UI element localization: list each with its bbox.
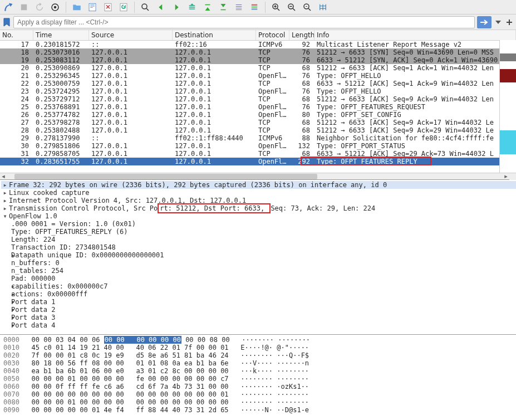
goto-first-icon[interactable] [202,1,214,13]
tree-field[interactable]: n_tables: 254 [1,267,516,275]
display-filter-input[interactable] [13,16,475,28]
tree-field[interactable]: ▸actions: 0x00000fff [1,290,516,298]
goto-packet-icon[interactable] [186,1,198,13]
packet-list-hscroll[interactable]: ◂ ▸ [0,173,516,179]
hex-row[interactable]: 0020 7f 00 00 01 c8 0c 19 e9 d5 8e a6 51… [3,351,513,359]
packet-list[interactable]: No. Time Source Destination Protocol Len… [0,30,516,173]
svg-rect-10 [252,4,258,5]
tree-openflow[interactable]: ▾OpenFlow 1.0 [1,212,516,220]
restart-capture-icon[interactable] [33,1,46,13]
go-forward-icon[interactable] [170,1,183,13]
zoom-in-icon[interactable] [270,1,282,13]
stop-capture-icon[interactable] [18,1,30,13]
packet-minimap[interactable] [499,40,516,173]
packet-row[interactable]: 170.230181572::ff02::16ICMPv692Multicast… [0,41,516,48]
hex-row[interactable]: 0060 00 00 0f ff ff fe c6 a6 cd 6f 7a 4b… [3,383,513,390]
tree-cooked[interactable]: ▸Linux cooked capture [1,189,516,197]
packet-row[interactable]: 230.253724295127.0.0.1127.0.0.1OpenFl…76… [0,87,516,95]
hex-row[interactable]: 0050 00 00 00 01 00 00 00 00 fe 00 00 00… [3,375,513,383]
packet-row[interactable]: 180.253073016127.0.0.1127.0.0.1TCP765121… [0,48,516,56]
packet-row[interactable]: 210.253296345127.0.0.1127.0.0.1OpenFl…76… [0,72,516,80]
packet-details-pane[interactable]: ▸Frame 32: 292 bytes on wire (2336 bits)… [0,180,516,335]
tree-field[interactable]: n_buffers: 0 [1,259,516,267]
packet-row[interactable]: 240.253729712127.0.0.1127.0.0.1TCP685121… [0,95,516,103]
packet-row[interactable]: 220.253000759127.0.0.1127.0.0.1TCP686633… [0,80,516,87]
packet-row[interactable]: 260.253774782127.0.0.1127.0.0.1OpenFl…80… [0,111,516,119]
hex-row[interactable]: 0090 00 00 00 00 00 01 4e f4 ff 88 44 40… [3,406,513,414]
svg-rect-0 [21,4,27,10]
reload-file-icon[interactable] [117,1,130,13]
save-file-icon[interactable] [86,1,99,13]
filter-bar [0,14,516,30]
svg-rect-6 [90,7,93,8]
svg-point-9 [142,4,147,9]
packet-row[interactable]: 320.283651755127.0.0.1127.0.0.1OpenFl…29… [0,158,516,165]
tree-field[interactable]: ▸Port data 3 [1,314,516,321]
close-file-icon[interactable] [102,1,114,13]
goto-last-icon[interactable] [217,1,229,13]
tree-field[interactable]: Length: 224 [1,236,516,243]
filter-add-button[interactable] [505,16,514,28]
col-length[interactable]: Length [289,30,314,40]
hex-row[interactable]: 0010 45 c0 01 14 19 21 40 00 40 06 22 01… [3,344,513,351]
svg-rect-4 [90,4,95,5]
hex-row[interactable]: 0030 80 18 00 56 ff 08 00 00 01 01 08 0a… [3,359,513,367]
tree-field[interactable]: Transaction ID: 2734801548 [1,243,516,251]
tree-field[interactable]: Type: OFPT_FEATURES_REPLY (6) [1,228,516,236]
filter-dropdown-icon[interactable] [494,16,503,28]
packet-list-pane: No. Time Source Destination Protocol Len… [0,30,516,180]
packet-row[interactable]: 290.278137990::ff02::1:ff88:4440ICMPv688… [0,134,516,142]
svg-rect-12 [252,8,258,9]
svg-rect-11 [252,6,258,7]
tree-field[interactable]: ▸Datapath unique ID: 0x0000000000000001 [1,251,516,259]
autoscroll-icon[interactable] [233,1,245,13]
col-no[interactable]: No. [0,30,33,40]
hex-row[interactable]: 0000 00 00 03 04 00 06 00 00 00 00 00 00… [3,336,513,344]
packet-row[interactable]: 270.253798278127.0.0.1127.0.0.1TCP685121… [0,119,516,126]
packet-row[interactable]: 200.253090869127.0.0.1127.0.0.1TCP685121… [0,64,516,72]
col-time[interactable]: Time [33,30,89,40]
hex-row[interactable]: 0080 00 00 00 01 00 00 00 00 00 00 00 00… [3,398,513,406]
hex-row[interactable]: 0040 ea b1 ba 6b 01 06 00 e0 a3 01 c2 8c… [3,367,513,375]
highlight-ports-box: rt: 51212, Dst Port: 6633, [158,203,271,213]
filter-apply-button[interactable] [477,16,492,28]
packet-row[interactable]: 250.253768891127.0.0.1127.0.0.1OpenFl…76… [0,103,516,111]
col-destination[interactable]: Destination [173,30,256,40]
hex-row[interactable]: 0070 00 00 00 00 00 00 00 00 00 00 00 00… [3,390,513,398]
zoom-out-icon[interactable] [286,1,298,13]
capture-options-icon[interactable] [49,1,61,13]
colorize-icon[interactable] [248,1,261,13]
packet-row[interactable]: 280.253802488127.0.0.1127.0.0.1TCP685121… [0,126,516,134]
packet-row[interactable]: 310.279858705127.0.0.1127.0.0.1TCP686633… [0,150,516,158]
tree-field[interactable]: Pad: 000000 [1,275,516,282]
find-packet-icon[interactable] [139,1,151,13]
tree-tcp[interactable]: ▸Transmission Control Protocol, Src Port… [1,204,516,212]
main-toolbar [0,0,516,14]
svg-rect-5 [90,6,95,6]
packet-row[interactable]: 300.279851806127.0.0.1127.0.0.1OpenFl…13… [0,142,516,150]
zoom-reset-icon[interactable] [301,1,313,13]
packet-bytes-pane[interactable]: 0000 00 00 03 04 00 06 00 00 00 00 00 00… [0,335,516,420]
tree-field[interactable]: ▸capabilities: 0x000000c7 [1,282,516,290]
start-capture-icon[interactable] [2,1,14,13]
packet-row[interactable]: 190.253083112127.0.0.1127.0.0.1TCP766633… [0,56,516,64]
col-info[interactable]: Info [314,30,516,40]
tree-frame[interactable]: ▸Frame 32: 292 bytes on wire (2336 bits)… [1,181,516,189]
open-file-icon[interactable] [71,1,83,13]
bookmark-icon[interactable] [2,16,11,28]
svg-point-2 [54,6,57,8]
col-protocol[interactable]: Protocol [256,30,289,40]
go-back-icon[interactable] [155,1,167,13]
tree-field[interactable]: ▸Port data 2 [1,306,516,314]
packet-list-header[interactable]: No. Time Source Destination Protocol Len… [0,30,516,41]
col-source[interactable]: Source [89,30,173,40]
tree-field[interactable]: ▸Port data 1 [1,298,516,306]
tree-field[interactable]: .000 0001 = Version: 1.0 (0x01) [1,220,516,228]
tree-field[interactable]: ▸Port data 4 [1,321,516,329]
resize-columns-icon[interactable] [317,1,329,13]
